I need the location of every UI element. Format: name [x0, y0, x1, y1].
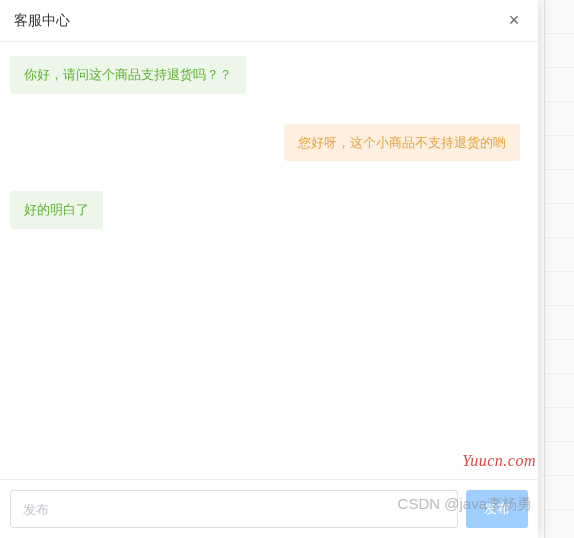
close-icon[interactable]: × — [504, 11, 524, 31]
message-row: 好的明白了 — [10, 191, 520, 229]
agent-message: 您好呀，这个小商品不支持退货的哟 — [284, 124, 520, 162]
message-row: 你好，请问这个商品支持退货吗？？ — [10, 56, 520, 94]
dialog-footer: 发布 — [0, 479, 538, 538]
dialog-title: 客服中心 — [14, 12, 504, 30]
user-message: 你好，请问这个商品支持退货吗？？ — [10, 56, 246, 94]
message-input[interactable] — [10, 490, 458, 528]
message-row: 您好呀，这个小商品不支持退货的哟 — [10, 124, 520, 162]
background-table-strip — [544, 0, 574, 538]
chat-body[interactable]: 你好，请问这个商品支持退货吗？？ 您好呀，这个小商品不支持退货的哟 好的明白了 — [0, 42, 538, 479]
user-message: 好的明白了 — [10, 191, 103, 229]
chat-dialog: 客服中心 × 你好，请问这个商品支持退货吗？？ 您好呀，这个小商品不支持退货的哟… — [0, 0, 538, 538]
send-button[interactable]: 发布 — [466, 490, 528, 528]
dialog-header: 客服中心 × — [0, 0, 538, 42]
